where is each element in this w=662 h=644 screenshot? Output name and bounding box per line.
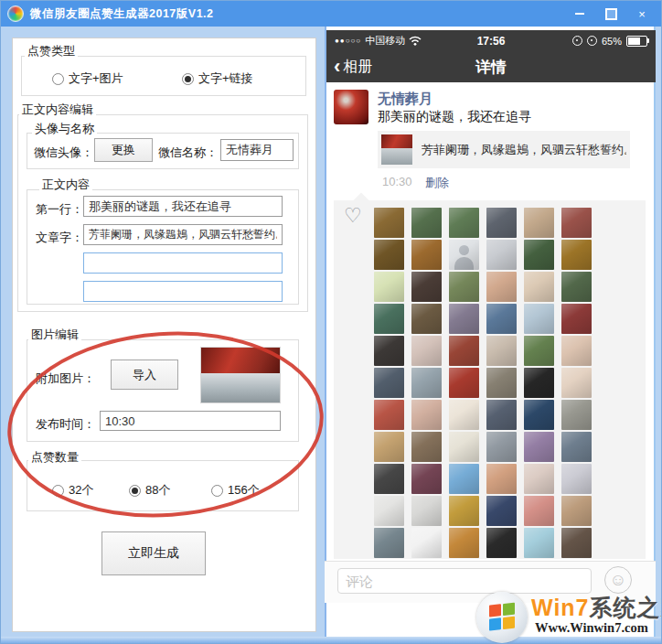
- back-to-album-button[interactable]: ‹ 相册: [334, 58, 372, 77]
- like-avatar[interactable]: [486, 368, 517, 398]
- like-avatar[interactable]: [411, 528, 442, 558]
- extra-line1-input[interactable]: [83, 252, 283, 274]
- like-avatar[interactable]: [411, 304, 442, 334]
- like-avatar[interactable]: [524, 304, 554, 334]
- like-avatar[interactable]: [486, 336, 517, 366]
- like-avatar[interactable]: [486, 208, 517, 238]
- like-avatar[interactable]: [524, 272, 554, 302]
- like-avatar[interactable]: [411, 432, 442, 462]
- like-avatar[interactable]: [449, 368, 479, 398]
- like-avatar[interactable]: [449, 496, 479, 526]
- like-avatar[interactable]: [486, 400, 517, 430]
- like-avatar[interactable]: [374, 464, 404, 494]
- like-avatar[interactable]: [374, 240, 404, 270]
- radio-count-88[interactable]: 88个: [129, 482, 170, 499]
- like-avatar[interactable]: [486, 432, 517, 462]
- radio-circle-icon[interactable]: [52, 73, 64, 85]
- like-avatar[interactable]: [561, 304, 592, 334]
- like-avatar[interactable]: [561, 400, 592, 430]
- smiley-icon: ☺: [609, 570, 626, 590]
- like-avatar[interactable]: [486, 528, 517, 558]
- like-avatar[interactable]: [524, 240, 554, 270]
- like-avatar[interactable]: [486, 240, 517, 270]
- like-avatar[interactable]: [449, 240, 479, 270]
- like-avatar[interactable]: [411, 240, 442, 270]
- like-avatar[interactable]: [449, 272, 479, 302]
- like-avatar[interactable]: [411, 400, 442, 430]
- like-avatar[interactable]: [486, 304, 517, 334]
- like-avatar[interactable]: [411, 272, 442, 302]
- like-avatar[interactable]: [411, 496, 442, 526]
- post-link-card[interactable]: 芳菲阑珊，凤缘鶗鴂，风驷云轩愁誓约。: [378, 131, 630, 168]
- like-avatar[interactable]: [524, 496, 554, 526]
- post-author-name[interactable]: 无情葬月: [378, 91, 432, 108]
- change-avatar-button[interactable]: 更换: [94, 138, 153, 162]
- like-avatar[interactable]: [561, 336, 592, 366]
- like-avatar[interactable]: [561, 368, 592, 398]
- like-avatar[interactable]: [449, 528, 479, 558]
- radio-text-link[interactable]: 文字+链接: [182, 70, 253, 87]
- like-avatar[interactable]: [524, 208, 554, 238]
- like-avatar[interactable]: [524, 464, 554, 494]
- like-avatar[interactable]: [449, 304, 479, 334]
- radio-count-32[interactable]: 32个: [52, 482, 93, 499]
- wechat-name-input[interactable]: [220, 139, 294, 161]
- like-avatar[interactable]: [524, 336, 554, 366]
- post-author-avatar[interactable]: [334, 90, 368, 124]
- like-avatar[interactable]: [411, 368, 442, 398]
- generate-button[interactable]: 立即生成: [101, 531, 206, 575]
- like-avatar[interactable]: [374, 496, 404, 526]
- minimize-button[interactable]: [573, 7, 586, 20]
- like-avatar[interactable]: [449, 432, 479, 462]
- like-avatar[interactable]: [374, 272, 404, 302]
- back-label: 相册: [343, 58, 372, 77]
- like-avatar[interactable]: [561, 528, 592, 558]
- radio-text-image[interactable]: 文字+图片: [52, 70, 123, 87]
- radio-circle-icon[interactable]: [211, 485, 223, 497]
- like-avatar[interactable]: [524, 368, 554, 398]
- like-avatar[interactable]: [561, 432, 592, 462]
- like-avatar[interactable]: [524, 400, 554, 430]
- delete-link[interactable]: 删除: [425, 175, 449, 191]
- radio-circle-icon[interactable]: [129, 485, 141, 497]
- like-avatar[interactable]: [449, 464, 479, 494]
- article-text-label: 文章字：: [36, 230, 83, 246]
- like-avatar[interactable]: [374, 400, 404, 430]
- like-avatar[interactable]: [449, 208, 479, 238]
- article-text-input[interactable]: [83, 224, 283, 245]
- radio-count-156[interactable]: 156个: [211, 482, 260, 499]
- radio-circle-icon[interactable]: [182, 73, 194, 85]
- like-avatar[interactable]: [374, 304, 404, 334]
- close-button[interactable]: ×: [635, 7, 648, 20]
- extra-line2-input[interactable]: [83, 281, 283, 302]
- radio-label: 156个: [228, 482, 260, 499]
- like-avatar[interactable]: [561, 240, 592, 270]
- like-avatar[interactable]: [449, 336, 479, 366]
- like-avatar[interactable]: [449, 400, 479, 430]
- line1-input[interactable]: [83, 196, 283, 217]
- like-avatar[interactable]: [561, 208, 592, 238]
- like-count-group-label: 点赞数量: [28, 449, 81, 466]
- like-avatar[interactable]: [374, 528, 404, 558]
- like-avatar[interactable]: [374, 336, 404, 366]
- like-avatar[interactable]: [411, 208, 442, 238]
- maximize-button[interactable]: [604, 7, 617, 20]
- like-avatar[interactable]: [411, 336, 442, 366]
- likes-panel: ♡: [334, 200, 646, 559]
- radio-circle-icon[interactable]: [52, 485, 64, 497]
- like-avatar[interactable]: [561, 464, 592, 494]
- publish-time-input[interactable]: [100, 411, 281, 431]
- wechat-avatar-label: 微信头像：: [34, 145, 93, 161]
- like-avatar[interactable]: [561, 496, 592, 526]
- import-image-button[interactable]: 导入: [111, 360, 178, 390]
- like-avatar[interactable]: [374, 368, 404, 398]
- like-avatar[interactable]: [374, 208, 404, 238]
- like-avatar[interactable]: [524, 528, 554, 558]
- like-avatar[interactable]: [374, 432, 404, 462]
- like-avatar[interactable]: [486, 272, 517, 302]
- like-avatar[interactable]: [486, 464, 517, 494]
- like-avatar[interactable]: [411, 464, 442, 494]
- like-avatar[interactable]: [561, 272, 592, 302]
- like-avatar[interactable]: [486, 496, 517, 526]
- like-avatar[interactable]: [524, 432, 554, 462]
